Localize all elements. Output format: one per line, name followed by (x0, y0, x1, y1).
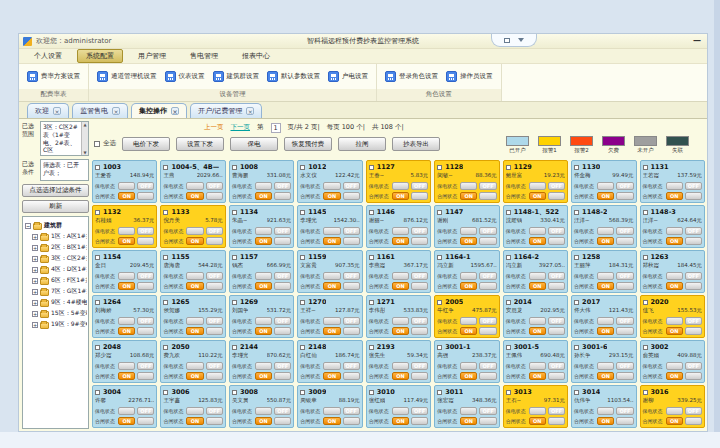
supply-on-segment[interactable] (118, 362, 135, 370)
close-icon[interactable]: × (171, 107, 179, 115)
gate-on-segment[interactable]: ON (323, 282, 340, 290)
supply-on-segment[interactable] (255, 317, 272, 325)
gate-off-segment[interactable] (411, 192, 428, 200)
gate-on-segment[interactable]: ON (597, 372, 614, 380)
meter-checkbox[interactable] (232, 300, 237, 305)
gate-off-segment[interactable] (479, 372, 496, 380)
scroll-up-icon[interactable]: ▲ (83, 122, 86, 127)
gate-off-segment[interactable] (616, 417, 633, 425)
gate-off-segment[interactable] (685, 327, 702, 335)
close-icon[interactable]: × (53, 107, 61, 115)
meter-checkbox[interactable] (506, 345, 511, 350)
expand-icon[interactable]: + (32, 267, 38, 273)
supply-on-segment[interactable] (255, 362, 272, 370)
ribbon-button[interactable]: 操作员设置 (446, 71, 493, 82)
meter-card[interactable]: 2020 佳飞 155.53元 保电状态 OFF (640, 295, 705, 338)
supply-off-segment[interactable]: OFF (411, 362, 428, 370)
meter-checkbox[interactable] (232, 210, 237, 215)
supply-off-segment[interactable]: OFF (411, 182, 428, 190)
gate-off-segment[interactable] (206, 417, 223, 425)
meter-checkbox[interactable] (369, 345, 374, 350)
supply-on-segment[interactable] (460, 362, 477, 370)
gate-on-segment[interactable]: ON (392, 282, 409, 290)
supply-on-segment[interactable] (460, 407, 477, 415)
meter-checkbox[interactable] (232, 345, 237, 350)
supply-off-segment[interactable]: OFF (479, 362, 496, 370)
gate-off-segment[interactable] (685, 282, 702, 290)
meter-card[interactable]: 1131 王若霞 137.59元 保电状态 OFF (640, 160, 705, 203)
meter-checkbox[interactable] (95, 390, 100, 395)
supply-off-segment[interactable]: OFF (616, 317, 633, 325)
supply-on-segment[interactable] (118, 227, 135, 235)
gate-off-segment[interactable] (137, 417, 154, 425)
meter-checkbox[interactable] (506, 210, 511, 215)
gate-on-segment[interactable]: ON (597, 417, 614, 425)
document-tab[interactable]: 集控操作 × (131, 103, 187, 118)
close-icon[interactable]: × (246, 107, 254, 115)
pick-filter-button[interactable]: 点选选择过滤条件 (22, 184, 89, 197)
gate-off-segment[interactable] (548, 192, 565, 200)
supply-off-segment[interactable]: OFF (206, 317, 223, 325)
supply-off-segment[interactable]: OFF (343, 227, 360, 235)
meter-card[interactable]: 2144 李瑾光 870.62元 保电状态 OFF (229, 340, 294, 383)
supply-on-segment[interactable] (186, 362, 203, 370)
meter-checkbox[interactable] (300, 390, 305, 395)
toolbar-button[interactable]: 恢复预付费 (284, 137, 332, 151)
gate-on-segment[interactable]: ON (186, 417, 203, 425)
menu-item[interactable]: 用户管理 (129, 49, 175, 63)
meter-checkbox[interactable] (300, 300, 305, 305)
meter-card[interactable]: 3016 谢柳 339.25元 保电状态 OFF (640, 385, 705, 428)
meter-card[interactable]: 3001-5 王佩伟 690.48元 保电状态 OFF (503, 340, 568, 383)
gate-off-segment[interactable] (343, 417, 360, 425)
meter-checkbox[interactable] (95, 345, 100, 350)
meter-checkbox[interactable] (232, 390, 237, 395)
gate-on-segment[interactable]: ON (529, 192, 546, 200)
gate-on-segment[interactable]: ON (460, 192, 477, 200)
toolbar-button[interactable]: 电价下发 (122, 137, 170, 151)
meter-card[interactable]: 1132 石桂娟 36.37元 保电状态 OFF (92, 205, 157, 248)
gate-on-segment[interactable]: ON (597, 192, 614, 200)
tree-item[interactable]: + 1区：A区1#井 (25, 231, 87, 242)
supply-on-segment[interactable] (460, 182, 477, 190)
gate-on-segment[interactable]: ON (323, 237, 340, 245)
menu-item[interactable]: 售电管理 (181, 49, 227, 63)
meter-checkbox[interactable] (437, 255, 442, 260)
gate-off-segment[interactable] (206, 282, 223, 290)
supply-off-segment[interactable]: OFF (343, 407, 360, 415)
meter-checkbox[interactable] (437, 345, 442, 350)
selected-condition-box[interactable]: 筛选表：已开户表； (40, 159, 89, 181)
gate-on-segment[interactable]: ON (255, 192, 272, 200)
supply-on-segment[interactable] (323, 317, 340, 325)
supply-off-segment[interactable]: OFF (685, 407, 702, 415)
meter-checkbox[interactable] (643, 255, 648, 260)
supply-on-segment[interactable] (392, 272, 409, 280)
supply-off-segment[interactable]: OFF (343, 362, 360, 370)
meter-checkbox[interactable] (300, 210, 305, 215)
gate-off-segment[interactable] (137, 192, 154, 200)
expand-icon[interactable]: + (32, 311, 38, 317)
gate-on-segment[interactable]: ON (597, 327, 614, 335)
gate-on-segment[interactable]: ON (666, 282, 683, 290)
meter-card[interactable]: 3010 张红娟 117.49元 保电状态 OFF (366, 385, 431, 428)
supply-off-segment[interactable]: OFF (274, 227, 291, 235)
meter-checkbox[interactable] (437, 165, 442, 170)
meter-card[interactable]: 2014 安思龙 202.95元 保电状态 OFF (503, 295, 568, 338)
supply-off-segment[interactable]: OFF (343, 182, 360, 190)
meter-card[interactable]: 1129 鲍世富 19.23元 保电状态 OFF (503, 160, 568, 203)
meter-card[interactable]: 1271 李伟彤 533.83元 保电状态 OFF (366, 295, 431, 338)
close-icon[interactable]: × (112, 107, 120, 115)
supply-off-segment[interactable]: OFF (137, 362, 154, 370)
minimize-button[interactable]: — (693, 36, 701, 46)
supply-off-segment[interactable]: OFF (685, 272, 702, 280)
gate-off-segment[interactable] (411, 237, 428, 245)
gate-on-segment[interactable]: ON (460, 327, 477, 335)
meter-checkbox[interactable] (574, 210, 579, 215)
meter-checkbox[interactable] (163, 300, 168, 305)
gate-on-segment[interactable]: ON (529, 282, 546, 290)
toolbar-button[interactable]: 拉闸 (338, 137, 386, 151)
toolbar-button[interactable]: 设置下发 (176, 137, 224, 151)
expand-icon[interactable]: + (32, 245, 38, 251)
meter-checkbox[interactable] (506, 255, 511, 260)
supply-off-segment[interactable]: OFF (685, 227, 702, 235)
gate-off-segment[interactable] (411, 417, 428, 425)
